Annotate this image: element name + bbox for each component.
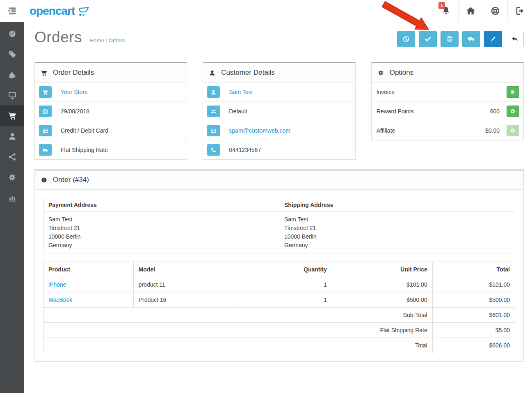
sidebar-item-reports[interactable] — [0, 188, 24, 208]
opencart-logo[interactable]: opencart — [24, 0, 90, 22]
product-quantity: 1 — [238, 292, 332, 308]
storefront-home-button[interactable] — [458, 0, 483, 22]
affiliate-value: $0.00 — [485, 127, 500, 134]
topbar-actions: 1 — [434, 0, 532, 22]
customer-name-link[interactable]: Sam Test — [229, 89, 253, 95]
truck-icon — [468, 35, 475, 43]
customer-phone-row: 0441234567 — [203, 140, 355, 159]
sidebar-item-marketing[interactable] — [0, 147, 24, 167]
total-header: Total — [432, 262, 515, 277]
print-invoice-button[interactable] — [441, 31, 459, 47]
sidebar-item-sales[interactable] — [0, 106, 24, 126]
envelope-icon — [207, 125, 220, 136]
customer-details-panel: Customer Details Sam Test Default spam@c… — [203, 62, 355, 160]
summary-panels: Order Details Your Store 29/08/2018 Cred… — [34, 62, 524, 160]
totals-row: Total $606.00 — [43, 338, 515, 353]
gear-icon — [377, 69, 384, 76]
product-total: $101.00 — [432, 277, 515, 292]
sidebar-item-customers[interactable] — [0, 126, 24, 147]
sidebar-item-design[interactable] — [0, 85, 24, 106]
support-button[interactable] — [483, 0, 507, 22]
print-shipping-list-button[interactable] — [462, 31, 480, 47]
dashboard-icon — [8, 29, 17, 38]
breadcrumb: Home / Orders — [90, 37, 125, 44]
options-title: Options — [390, 69, 414, 77]
life-ring-icon — [490, 6, 500, 16]
reply-icon — [511, 35, 518, 43]
puzzle-icon — [8, 70, 17, 79]
shipping-method: Flat Shipping Rate — [61, 147, 108, 153]
product-link[interactable]: MacBook — [48, 296, 72, 303]
add-reward-points-button[interactable] — [507, 106, 519, 117]
notifications-button[interactable]: 1 — [434, 0, 458, 22]
sidebar-nav — [0, 22, 24, 393]
product-table: Product Model Quantity Unit Price Total … — [43, 262, 515, 353]
shipping-total-label: Flat Shipping Rate — [43, 323, 433, 338]
sidebar-item-extensions[interactable] — [0, 64, 24, 85]
share-icon — [8, 152, 17, 161]
totals-row: Flat Shipping Rate $5.00 — [43, 323, 515, 338]
product-model: Product 16 — [133, 292, 238, 308]
pencil-icon — [489, 35, 497, 43]
customer-group-row: Default — [203, 102, 355, 121]
bar-chart-icon — [8, 193, 17, 202]
affiliate-row: Affiliate $0.00 — [372, 121, 523, 140]
credit-card-icon — [39, 125, 52, 136]
order-panel-heading: Order (#34) — [35, 170, 523, 190]
opencart-cart-icon — [78, 6, 90, 17]
tag-icon — [8, 50, 17, 59]
sign-out-icon — [515, 6, 525, 16]
reward-points-value: 600 — [490, 108, 500, 115]
shipping-address-header: Shipping Address — [279, 198, 515, 212]
customer-details-title: Customer Details — [221, 69, 274, 77]
page-header: Orders Home / Orders — [24, 22, 532, 57]
add-affiliate-commission-button[interactable] — [507, 125, 519, 136]
product-row: MacBook Product 16 1 $500.00 $500.00 — [43, 292, 515, 308]
product-link[interactable]: iPhone — [48, 281, 66, 288]
notification-badge: 1 — [438, 2, 445, 9]
cancel-order-button[interactable] — [397, 31, 415, 47]
model-header: Model — [133, 262, 238, 277]
payment-method-row: Credit / Debit Card — [35, 121, 187, 140]
menu-toggle-button[interactable] — [0, 0, 24, 22]
back-button[interactable] — [506, 31, 524, 47]
plus-circle-icon — [510, 108, 516, 114]
store-link[interactable]: Your Store — [61, 89, 88, 95]
grand-total-value: $606.00 — [432, 338, 515, 353]
user-icon — [8, 132, 17, 141]
edit-order-button[interactable] — [484, 31, 502, 47]
customer-email-link[interactable]: spam@customweb.com — [229, 127, 290, 134]
order-date: 29/08/2018 — [61, 108, 89, 115]
product-quantity: 1 — [238, 277, 332, 292]
phone-icon — [207, 144, 220, 156]
generate-invoice-button[interactable] — [507, 86, 519, 98]
order-details-heading: Order Details — [35, 63, 187, 83]
logo-text: opencart — [30, 5, 75, 17]
sidebar-item-catalog[interactable] — [0, 44, 24, 64]
calendar-icon — [39, 106, 52, 117]
order-panel-title: Order (#34) — [53, 176, 89, 184]
quantity-header: Quantity — [238, 262, 332, 277]
unit-price-header: Unit Price — [332, 262, 432, 277]
customer-name-row: Sam Test — [203, 83, 355, 102]
check-icon — [424, 35, 432, 43]
ban-icon — [402, 35, 410, 43]
sidebar-item-dashboard[interactable] — [0, 23, 24, 44]
breadcrumb-orders-link[interactable]: Orders — [109, 37, 125, 44]
sidebar-item-system[interactable] — [0, 167, 24, 188]
options-heading: Options — [372, 63, 523, 83]
payment-method: Credit / Debit Card — [61, 127, 108, 134]
product-row: iPhone product 11 1 $101.00 $101.00 — [43, 277, 515, 292]
logout-button[interactable] — [507, 0, 532, 22]
indent-icon — [7, 6, 17, 16]
order-date-row: 29/08/2018 — [35, 102, 187, 121]
affiliate-label: Affiliate — [377, 127, 485, 134]
cart-icon — [41, 69, 48, 76]
options-panel: Options Invoice Reward Points 600 Affili… — [371, 62, 524, 140]
complete-order-button[interactable] — [419, 31, 437, 47]
truck-icon — [39, 144, 52, 156]
order-details-panel: Order Details Your Store 29/08/2018 Cred… — [34, 62, 187, 160]
monitor-icon — [8, 91, 17, 100]
gear-icon — [510, 89, 516, 95]
invoice-label: Invoice — [377, 89, 500, 95]
